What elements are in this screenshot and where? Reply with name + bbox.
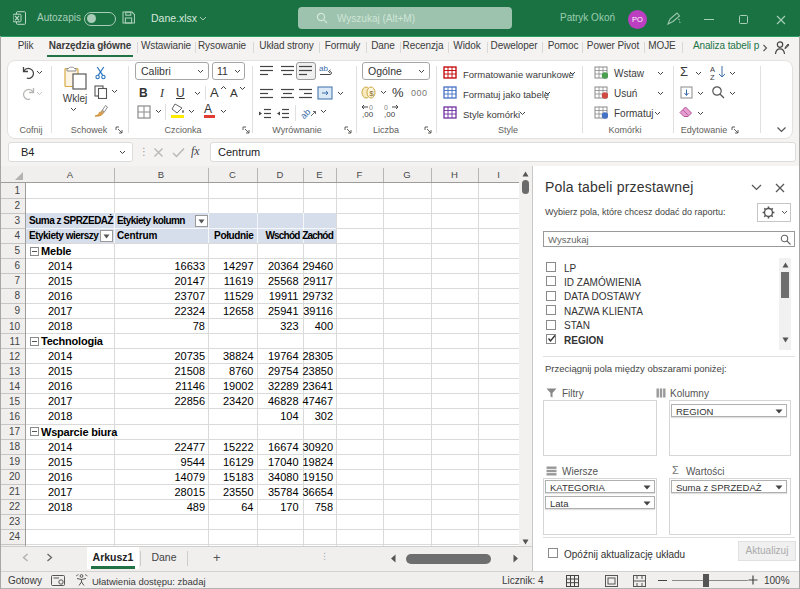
svg-text:ab: ab [301,107,312,120]
svg-text:,00: ,00 [362,110,374,118]
svg-text:ab: ab [319,64,328,73]
svg-text:Z: Z [710,73,715,80]
svg-text:0: 0 [369,104,373,111]
svg-text:,00: ,00 [384,110,396,118]
svg-text:$: $ [369,89,374,98]
svg-text:0: 0 [384,104,388,111]
